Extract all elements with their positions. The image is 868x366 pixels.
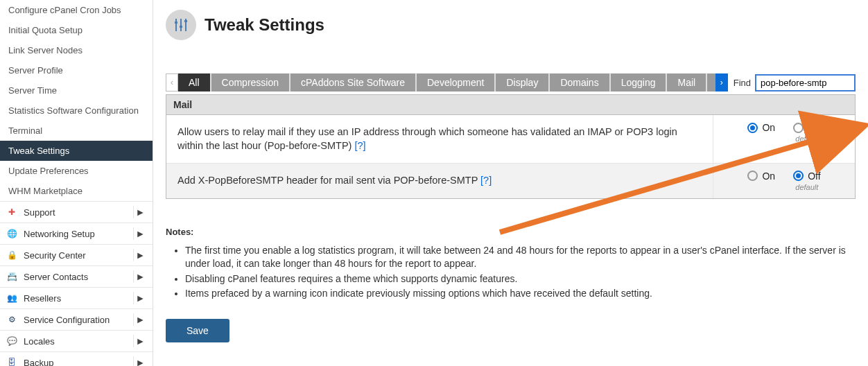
tab-compression[interactable]: Compression: [211, 73, 290, 92]
help-link[interactable]: [?]: [480, 175, 492, 186]
tab-scroll-right[interactable]: ›: [715, 73, 728, 92]
find-input[interactable]: [755, 74, 856, 92]
chevron-right-icon: ►: [133, 206, 147, 218]
chevron-right-icon: ►: [133, 356, 147, 366]
section-label: Security Center: [24, 250, 133, 261]
setting-options: OnOffdefault: [713, 164, 855, 198]
section-icon: ⚙: [6, 313, 18, 326]
note-item: Disabling cPanel features requires a the…: [185, 272, 856, 286]
setting-options: OnOffdefault: [713, 115, 855, 163]
tab-notifi[interactable]: Notifi: [707, 73, 715, 92]
tab-scroll-left[interactable]: ‹: [166, 73, 178, 92]
section-label: Support: [24, 207, 133, 218]
section-label: Service Configuration: [24, 315, 133, 325]
sidebar-section-support[interactable]: ✚Support►: [0, 201, 153, 223]
find-label: Find: [734, 78, 751, 88]
section-icon: 🔒: [6, 249, 18, 261]
notes-heading: Notes:: [166, 227, 856, 237]
radio-label: Off: [808, 122, 820, 133]
tab-domains[interactable]: Domains: [550, 73, 610, 92]
sidebar-item-server-time[interactable]: Server Time: [0, 80, 153, 101]
radio-icon: [747, 171, 758, 181]
radio-label: On: [762, 171, 775, 182]
tab-all[interactable]: All: [178, 73, 211, 92]
chevron-right-icon: ►: [133, 335, 147, 347]
radio-on[interactable]: On: [747, 122, 775, 133]
section-icon: ✚: [6, 206, 18, 218]
page-title: Tweak Settings: [205, 15, 324, 35]
sidebar-item-initial-quota-setup[interactable]: Initial Quota Setup: [0, 20, 153, 40]
section-label: Backup: [24, 358, 133, 367]
section-icon: 👥: [6, 292, 18, 304]
radio-icon: [747, 123, 758, 133]
tab-development[interactable]: Development: [417, 73, 496, 92]
radio-icon: [793, 171, 804, 181]
chevron-right-icon: ►: [133, 227, 147, 240]
sidebar-item-statistics-software-configuration[interactable]: Statistics Software Configuration: [0, 101, 153, 121]
sidebar-section-server-contacts[interactable]: 📇Server Contacts►: [0, 265, 153, 287]
note-item: Items prefaced by a warning icon indicat…: [185, 287, 856, 301]
setting-row: Add X-PopBeforeSMTP header for mail sent…: [166, 164, 855, 198]
radio-label: Off: [808, 171, 820, 182]
section-label: Locales: [24, 336, 133, 347]
sidebar: Configure cPanel Cron JobsInitial Quota …: [0, 0, 153, 366]
svg-rect-5: [184, 20, 187, 22]
tab-mail[interactable]: Mail: [667, 73, 707, 92]
chevron-right-icon: ►: [133, 249, 147, 261]
radio-off[interactable]: Off: [793, 122, 820, 133]
sidebar-section-service-configuration[interactable]: ⚙Service Configuration►: [0, 308, 153, 330]
section-label: Server Contacts: [24, 272, 133, 282]
sidebar-item-configure-cpanel-cron-jobs[interactable]: Configure cPanel Cron Jobs: [0, 0, 153, 20]
sidebar-item-whm-marketplace[interactable]: WHM Marketplace: [0, 181, 153, 201]
tab-logging[interactable]: Logging: [611, 73, 668, 92]
page-header: Tweak Settings: [166, 10, 856, 40]
sidebar-item-update-preferences[interactable]: Update Preferences: [0, 161, 153, 181]
setting-description: Allow users to relay mail if they use an…: [166, 115, 713, 163]
tabs-bar: ‹ AllCompressioncPAddons Site SoftwareDe…: [166, 73, 856, 92]
sidebar-item-tweak-settings[interactable]: Tweak Settings: [0, 141, 153, 161]
section-icon: 📇: [6, 270, 18, 283]
radio-on[interactable]: On: [747, 171, 775, 182]
default-label: default: [795, 134, 818, 143]
section-header-mail: Mail: [166, 95, 855, 115]
sidebar-section-backup[interactable]: 🗄Backup►: [0, 351, 153, 366]
tweak-settings-icon: [166, 10, 196, 40]
note-item: The first time you enable a log statisti…: [185, 244, 856, 271]
svg-rect-3: [175, 21, 177, 24]
svg-rect-4: [180, 26, 182, 28]
radio-label: On: [762, 122, 775, 133]
notes-list: The first time you enable a log statisti…: [185, 244, 856, 301]
radio-off[interactable]: Off: [793, 171, 820, 182]
sidebar-section-resellers[interactable]: 👥Resellers►: [0, 287, 153, 308]
chevron-right-icon: ►: [133, 270, 147, 283]
section-icon: 🌐: [6, 227, 18, 240]
save-button[interactable]: Save: [166, 319, 229, 342]
sidebar-section-security-center[interactable]: 🔒Security Center►: [0, 244, 153, 265]
tab-display[interactable]: Display: [496, 73, 550, 92]
sidebar-item-link-server-nodes[interactable]: Link Server Nodes: [0, 40, 153, 60]
sidebar-item-terminal[interactable]: Terminal: [0, 121, 153, 141]
setting-row: Allow users to relay mail if they use an…: [166, 115, 855, 164]
sidebar-section-locales[interactable]: 💬Locales►: [0, 330, 153, 351]
chevron-right-icon: ►: [133, 292, 147, 304]
setting-description: Add X-PopBeforeSMTP header for mail sent…: [166, 164, 713, 198]
section-icon: 🗄: [6, 356, 18, 366]
section-icon: 💬: [6, 335, 18, 347]
chevron-right-icon: ►: [133, 313, 147, 326]
settings-table: Mail Allow users to relay mail if they u…: [166, 94, 856, 199]
radio-icon: [793, 123, 804, 133]
sidebar-section-networking-setup[interactable]: 🌐Networking Setup►: [0, 223, 153, 244]
main-content: Tweak Settings ‹ AllCompressioncPAddons …: [153, 0, 868, 366]
section-label: Resellers: [24, 293, 133, 304]
tab-cpaddons-site-software[interactable]: cPAddons Site Software: [290, 73, 417, 92]
help-link[interactable]: [?]: [354, 140, 365, 151]
section-label: Networking Setup: [24, 229, 133, 239]
sidebar-item-server-profile[interactable]: Server Profile: [0, 60, 153, 80]
default-label: default: [795, 183, 818, 191]
